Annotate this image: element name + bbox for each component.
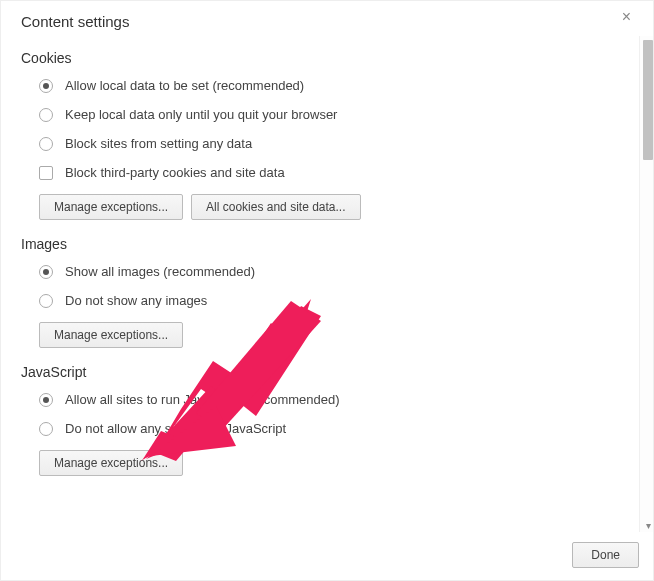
done-button[interactable]: Done [572, 542, 639, 568]
dialog-header: Content settings × [1, 1, 654, 36]
scrollbar-thumb[interactable] [643, 40, 653, 160]
radio-icon [39, 108, 53, 122]
images-option-show-all[interactable]: Show all images (recommended) [39, 264, 619, 279]
cookies-option-allow[interactable]: Allow local data to be set (recommended) [39, 78, 619, 93]
content-settings-dialog: Content settings × Cookies Allow local d… [1, 1, 654, 581]
dialog-footer: Done [1, 532, 654, 581]
option-label: Block sites from setting any data [65, 136, 252, 151]
section-title-javascript: JavaScript [21, 364, 619, 380]
radio-icon [39, 294, 53, 308]
javascript-option-allow[interactable]: Allow all sites to run JavaScript (recom… [39, 392, 619, 407]
content-wrapper: Cookies Allow local data to be set (reco… [1, 36, 654, 532]
option-label: Allow all sites to run JavaScript (recom… [65, 392, 340, 407]
option-label: Show all images (recommended) [65, 264, 255, 279]
cookies-manage-exceptions-button[interactable]: Manage exceptions... [39, 194, 183, 220]
cookies-option-block[interactable]: Block sites from setting any data [39, 136, 619, 151]
section-title-cookies: Cookies [21, 50, 619, 66]
radio-icon [39, 393, 53, 407]
section-title-images: Images [21, 236, 619, 252]
images-button-row: Manage exceptions... [39, 322, 619, 348]
option-label: Do not show any images [65, 293, 207, 308]
vertical-scrollbar[interactable]: ▾ [639, 36, 654, 532]
chevron-down-icon[interactable]: ▾ [644, 522, 652, 530]
option-label: Allow local data to be set (recommended) [65, 78, 304, 93]
cookies-button-row: Manage exceptions... All cookies and sit… [39, 194, 619, 220]
javascript-manage-exceptions-button[interactable]: Manage exceptions... [39, 450, 183, 476]
dialog-title: Content settings [21, 13, 129, 30]
images-manage-exceptions-button[interactable]: Manage exceptions... [39, 322, 183, 348]
cookies-all-data-button[interactable]: All cookies and site data... [191, 194, 360, 220]
images-option-block[interactable]: Do not show any images [39, 293, 619, 308]
javascript-button-row: Manage exceptions... [39, 450, 619, 476]
cookies-option-keep-until-quit[interactable]: Keep local data only until you quit your… [39, 107, 619, 122]
option-label: Keep local data only until you quit your… [65, 107, 337, 122]
option-label: Do not allow any site to run JavaScript [65, 421, 286, 436]
content-scroll-area: Cookies Allow local data to be set (reco… [1, 36, 639, 532]
close-icon[interactable]: × [618, 9, 635, 25]
radio-icon [39, 79, 53, 93]
radio-icon [39, 422, 53, 436]
radio-icon [39, 137, 53, 151]
radio-icon [39, 265, 53, 279]
javascript-option-block[interactable]: Do not allow any site to run JavaScript [39, 421, 619, 436]
cookies-block-thirdparty-checkbox[interactable]: Block third-party cookies and site data [39, 165, 619, 180]
checkbox-icon [39, 166, 53, 180]
option-label: Block third-party cookies and site data [65, 165, 285, 180]
